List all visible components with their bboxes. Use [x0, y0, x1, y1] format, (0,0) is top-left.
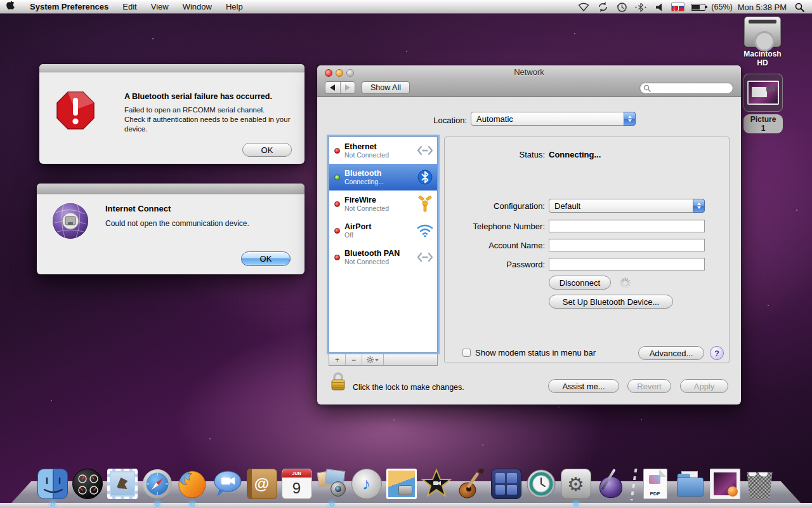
itunes-icon: ♪	[351, 469, 382, 499]
dock-item-ichat[interactable]	[211, 467, 243, 500]
show-modem-status-checkbox[interactable]	[462, 349, 471, 357]
desktop-icon-macintosh-hd[interactable]: Macintosh HD	[741, 17, 784, 67]
dock-item-itunes[interactable]: ♪	[351, 467, 383, 500]
configuration-popup[interactable]: Default	[549, 199, 705, 213]
search-field[interactable]	[639, 82, 733, 94]
help-button[interactable]: ?	[710, 346, 724, 360]
ical-icon: JUN9	[282, 469, 312, 499]
location-popup[interactable]: Automatic	[471, 112, 636, 126]
dock-item-imovie[interactable]	[421, 467, 452, 500]
window-title: Network	[317, 67, 741, 77]
safari-icon	[142, 469, 173, 499]
dock-item-firefox[interactable]	[176, 467, 208, 500]
caret-down-icon	[375, 359, 379, 361]
dialog-titlebar[interactable]	[37, 184, 304, 194]
advanced-button[interactable]: Advanced...	[638, 346, 704, 360]
spotlight-icon[interactable]	[792, 0, 807, 14]
configuration-value: Default	[554, 201, 580, 211]
bluetooth-failure-dialog: A Bluetooth serial failure has occurred.…	[39, 64, 304, 164]
dock-item-documents-folder[interactable]	[674, 467, 706, 500]
dock-item-ink[interactable]	[595, 467, 627, 500]
lock-icon[interactable]	[330, 371, 346, 394]
dock-item-iphoto[interactable]	[386, 467, 417, 500]
status-dot-red-icon	[334, 148, 340, 154]
dock-item-system-preferences[interactable]: ⚙	[560, 467, 592, 500]
dock-item-time-machine[interactable]	[525, 467, 557, 500]
running-indicator	[51, 502, 55, 506]
firefox-icon	[177, 469, 207, 499]
service-row-bluetooth[interactable]: Bluetooth Connecting...	[329, 164, 437, 190]
revert-button[interactable]: Revert	[627, 379, 671, 393]
service-row-airport[interactable]: AirPort Off	[329, 217, 437, 244]
service-action-button[interactable]	[362, 354, 384, 365]
account-name-field[interactable]	[549, 239, 705, 251]
ethernet-icon	[417, 142, 433, 159]
service-status: Not Connected	[344, 151, 417, 159]
sync-icon[interactable]	[595, 0, 610, 14]
service-status: Not Connected	[344, 204, 417, 212]
back-button[interactable]	[325, 82, 341, 93]
dock-item-dashboard[interactable]	[72, 467, 103, 500]
assist-me-button[interactable]: Assist me...	[548, 379, 619, 393]
address-book-icon: @	[247, 469, 277, 499]
apple-icon	[6, 1, 16, 12]
location-value: Automatic	[476, 114, 513, 124]
forward-button[interactable]	[341, 82, 355, 93]
remove-service-button[interactable]: −	[346, 354, 362, 365]
menu-help[interactable]: Help	[219, 0, 249, 14]
window-titlebar[interactable]: Network Show All	[317, 65, 741, 97]
ok-button[interactable]: OK	[241, 251, 291, 266]
dock-item-trash[interactable]	[744, 467, 776, 500]
dock-item-address-book[interactable]: @	[246, 467, 278, 500]
wifi-off-icon[interactable]	[576, 0, 591, 14]
password-field[interactable]	[549, 258, 705, 271]
location-label: Location:	[317, 116, 467, 125]
dock-item-garageband[interactable]	[455, 467, 487, 500]
desktop-icon-label: Macintosh HD	[741, 50, 784, 67]
search-icon	[643, 84, 651, 92]
popup-stepper-icon	[624, 112, 636, 126]
airport-wifi-icon	[417, 222, 433, 239]
apple-menu[interactable]	[0, 0, 22, 14]
bluetooth-icon	[417, 169, 433, 185]
dock-item-safari[interactable]	[141, 467, 173, 500]
set-up-bluetooth-device-button[interactable]: Set Up Bluetooth Device...	[549, 295, 673, 309]
time-machine-icon[interactable]	[614, 0, 629, 14]
add-service-button[interactable]: +	[329, 354, 346, 365]
service-row-firewire[interactable]: FireWire Not Connected	[329, 190, 437, 217]
dock-item-web-page[interactable]	[709, 467, 741, 500]
menu-edit[interactable]: Edit	[116, 0, 143, 14]
dock-item-ical[interactable]: JUN9	[281, 467, 313, 500]
menu-window[interactable]: Window	[176, 0, 218, 14]
dialog-titlebar[interactable]	[39, 64, 304, 72]
service-name: Bluetooth	[344, 169, 417, 178]
gear-icon	[367, 356, 374, 363]
dock-item-pdf-document[interactable]: PDF	[639, 467, 671, 500]
apply-button[interactable]: Apply	[680, 379, 728, 393]
input-language-flag-icon[interactable]	[671, 3, 684, 11]
dock-item-photo-booth[interactable]	[316, 467, 348, 500]
forward-arrow-icon	[344, 84, 350, 91]
dock-item-finder[interactable]	[37, 467, 69, 500]
desktop-icon-picture-1[interactable]: Picture 1	[743, 74, 783, 133]
popup-stepper-icon	[693, 199, 705, 213]
menu-app-name[interactable]: System Preferences	[23, 0, 115, 14]
dock-item-spaces[interactable]	[490, 467, 522, 500]
desktop-icon-label: Picture 1	[743, 114, 783, 133]
dialog-body-line2: Check if authentication needs to be enab…	[124, 116, 291, 133]
menu-clock[interactable]: Mon 5:38 PM	[737, 3, 788, 12]
battery-icon[interactable]	[688, 0, 707, 14]
bluetooth-status-icon[interactable]	[633, 0, 648, 14]
volume-icon[interactable]	[652, 0, 667, 14]
iphoto-icon	[386, 469, 417, 499]
menu-view[interactable]: View	[145, 0, 175, 14]
show-all-button[interactable]: Show All	[362, 81, 410, 94]
service-row-bluetooth-pan[interactable]: Bluetooth PAN Not Connected	[329, 244, 437, 271]
service-row-ethernet[interactable]: Ethernet Not Connected	[329, 137, 437, 164]
ok-button[interactable]: OK	[242, 143, 292, 157]
dock-item-mail[interactable]	[107, 467, 138, 500]
running-indicator	[155, 502, 159, 506]
telephone-number-field[interactable]	[549, 220, 705, 232]
disconnect-button[interactable]: Disconnect	[549, 276, 611, 290]
pdf-document-icon: PDF	[643, 469, 667, 499]
